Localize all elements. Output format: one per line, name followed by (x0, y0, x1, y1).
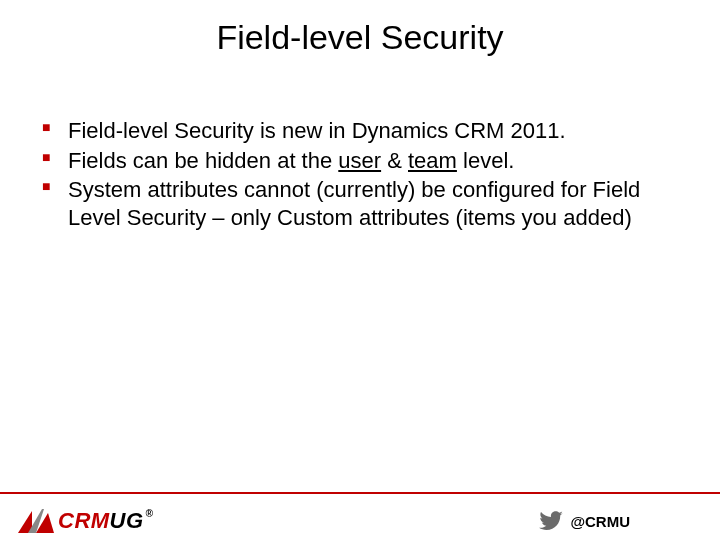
bullet-underline: user (338, 148, 381, 173)
bullet-item: Field-level Security is new in Dynamics … (40, 117, 680, 145)
registered-icon: ® (146, 508, 154, 519)
bullet-item: System attributes cannot (currently) be … (40, 176, 680, 231)
twitter-handle: @CRMU (570, 513, 630, 530)
slide-footer: CRMUG® @CRMU (0, 492, 720, 540)
logo-text-part2: UG (110, 508, 144, 534)
footer-divider (0, 492, 720, 494)
bullet-text: System attributes cannot (currently) be … (68, 177, 640, 230)
slide-title: Field-level Security (0, 0, 720, 67)
bullet-item: Fields can be hidden at the user & team … (40, 147, 680, 175)
logo-text: CRMUG® (58, 508, 153, 534)
logo-mark-icon (18, 509, 54, 533)
slide-content: Field-level Security is new in Dynamics … (0, 67, 720, 231)
twitter-bird-icon (538, 508, 564, 534)
logo-text-part1: CRM (58, 508, 110, 534)
bullet-text: Fields can be hidden at the (68, 148, 338, 173)
bullet-text: Field-level Security is new in Dynamics … (68, 118, 566, 143)
bullet-text: level. (457, 148, 514, 173)
crmug-logo: CRMUG® (18, 508, 153, 534)
bullet-text: & (381, 148, 408, 173)
bullet-list: Field-level Security is new in Dynamics … (40, 117, 680, 231)
twitter-block: @CRMU (538, 508, 630, 534)
bullet-underline: team (408, 148, 457, 173)
svg-marker-0 (18, 511, 32, 533)
